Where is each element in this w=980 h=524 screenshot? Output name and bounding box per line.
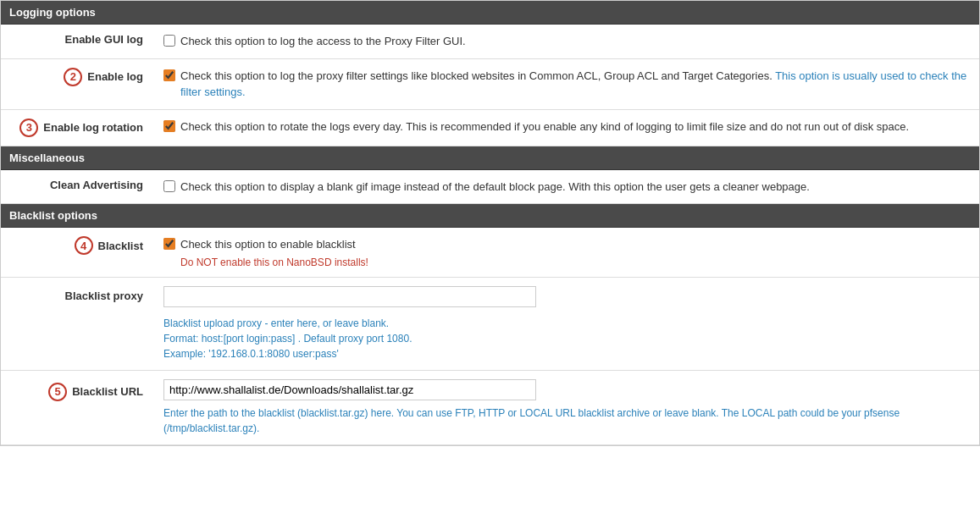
blacklist-url-input[interactable] [163,379,536,400]
blacklist-label: 4 Blacklist [1,228,153,277]
blacklist-badge: 4 [75,236,93,255]
logging-options-header: Logging options [1,1,979,25]
blacklist-checkbox[interactable] [163,238,175,250]
blacklist-row: 4 Blacklist Check this option to enable … [1,228,979,277]
enable-gui-log-row: Enable GUI log Check this option to log … [1,25,979,58]
enable-log-row: 2 Enable log Check this option to log th… [1,58,979,109]
clean-advertising-row: Clean Advertising Check this option to d… [1,170,979,204]
miscellaneous-header: Miscellaneous [1,146,979,170]
enable-log-rotation-label: 3 Enable log rotation [1,109,153,146]
clean-advertising-description: Check this option to display a blank gif… [180,179,810,196]
enable-log-description: Check this option to log the proxy filte… [180,68,969,101]
blacklist-proxy-row: Blacklist proxy Blacklist upload proxy -… [1,277,979,370]
blacklist-url-help: Enter the path to the blacklist (blackli… [163,405,969,436]
clean-advertising-cell: Check this option to display a blank gif… [153,170,979,204]
enable-gui-log-cell: Check this option to log the access to t… [153,25,979,58]
enable-log-rotation-badge: 3 [19,119,38,137]
enable-log-rotation-cell: Check this option to rotate the logs eve… [153,109,979,146]
enable-gui-log-description: Check this option to log the access to t… [180,33,466,50]
blacklist-cell: Check this option to enable blacklist Do… [153,228,979,277]
clean-advertising-checkbox[interactable] [163,180,175,192]
blacklist-proxy-cell: Blacklist upload proxy - enter here, or … [153,277,979,370]
enable-log-checkbox[interactable] [163,69,175,81]
enable-log-cell: Check this option to log the proxy filte… [153,58,979,109]
blacklist-url-row: 5 Blacklist URL Enter the path to the bl… [1,370,979,444]
enable-log-rotation-row: 3 Enable log rotation Check this option … [1,109,979,146]
blacklist-proxy-help: Blacklist upload proxy - enter here, or … [163,316,969,361]
blacklist-options-header: Blacklist options [1,204,979,228]
blacklist-url-cell: Enter the path to the blacklist (blackli… [153,370,979,444]
enable-log-badge: 2 [64,68,82,86]
blacklist-proxy-input[interactable] [163,286,536,307]
clean-advertising-label: Clean Advertising [1,170,153,204]
enable-gui-log-label: Enable GUI log [1,25,153,58]
blacklist-proxy-label: Blacklist proxy [1,277,153,370]
blacklist-description: Check this option to enable blacklist [180,236,356,253]
enable-log-label: 2 Enable log [1,58,153,109]
enable-log-rotation-description: Check this option to rotate the logs eve… [180,119,909,135]
enable-log-rotation-checkbox[interactable] [163,120,175,132]
enable-gui-log-checkbox[interactable] [163,35,175,47]
blacklist-warning: Do NOT enable this on NanoBSD installs! [180,256,969,268]
blacklist-url-badge: 5 [48,383,67,401]
blacklist-url-label: 5 Blacklist URL [1,370,153,444]
